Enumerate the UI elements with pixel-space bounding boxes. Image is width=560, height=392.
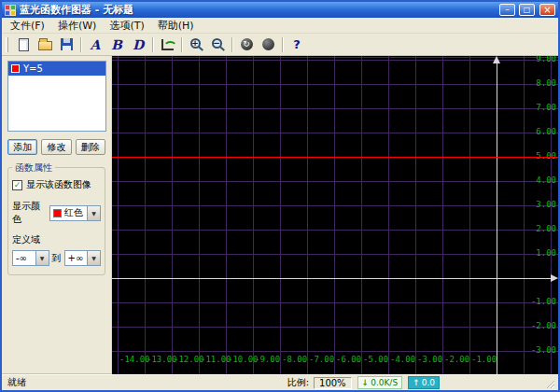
- help-icon: ?: [293, 37, 301, 51]
- maximize-button[interactable]: [519, 4, 535, 16]
- x-tick-label: -9.00: [255, 355, 280, 364]
- toolbar-help-button[interactable]: ?: [287, 35, 307, 54]
- toolbar-font-d-button[interactable]: D: [128, 35, 148, 54]
- toolbar-timer-button[interactable]: [258, 35, 278, 54]
- color-swatch: [53, 209, 62, 217]
- y-tick-label: 5.00: [536, 151, 556, 161]
- y-tick-label: 1.00: [536, 248, 556, 258]
- toolbar: ABD+−↻?: [2, 34, 558, 56]
- color-value: 红色: [64, 206, 83, 219]
- color-label: 显示颜色: [12, 200, 47, 226]
- y-tick-label: 6.00: [536, 127, 556, 136]
- y-tick-label: 3.00: [536, 200, 556, 209]
- checkbox-icon[interactable]: [12, 180, 22, 190]
- chevron-down-icon[interactable]: [87, 206, 100, 220]
- x-tick-label: -5.00: [363, 355, 388, 364]
- save-icon: [61, 38, 73, 50]
- status-bar: 就绪 比例: 100% 0.0K/S 0.0: [2, 374, 558, 390]
- upload-arrow-icon: [413, 378, 420, 387]
- menu-bar: 文件(F)操作(W)选项(T)帮助(H): [2, 18, 558, 34]
- new-icon: [19, 38, 29, 51]
- menu-item-3[interactable]: 选项(T): [103, 18, 150, 34]
- color-select[interactable]: 红色: [49, 205, 101, 221]
- net-up-value: 0.0: [422, 378, 435, 387]
- modify-button[interactable]: 修改: [41, 139, 71, 155]
- net-down-value: 0.0K/S: [371, 378, 398, 387]
- toolbar-zoom-in-button[interactable]: +: [186, 35, 206, 54]
- domain-from-select[interactable]: -∞: [12, 250, 49, 266]
- toolbar-font-b-button[interactable]: B: [106, 35, 127, 54]
- font-b-icon: B: [111, 37, 122, 52]
- window-title: 蓝光函数作图器 - 无标题: [20, 3, 496, 17]
- plot-axes-icon: [161, 39, 174, 50]
- y-tick-label: 9.00: [536, 56, 556, 63]
- y-tick-label: 2.00: [536, 224, 556, 233]
- x-tick-label: -6.00: [336, 355, 361, 364]
- toolbar-open-button[interactable]: [35, 35, 55, 54]
- scale-value: 100%: [314, 377, 352, 389]
- domain-from-value: -∞: [16, 253, 27, 263]
- domain-to-label: 到: [52, 252, 62, 265]
- y-axis: [497, 61, 497, 374]
- menu-item-1[interactable]: 文件(F): [4, 18, 51, 34]
- list-buttons: 添加 修改 删除: [7, 139, 105, 155]
- open-icon: [38, 41, 52, 50]
- x-tick-label: -11.00: [201, 355, 231, 364]
- toolbar-zoom-out-button[interactable]: −: [207, 35, 228, 54]
- domain-row: -∞ 到 +∞: [12, 250, 101, 266]
- x-tick-label: -13.00: [147, 355, 177, 364]
- x-tick-label: -14.00: [119, 355, 150, 364]
- domain-to-value: +∞: [68, 253, 84, 263]
- function-list[interactable]: Y=5: [7, 61, 106, 132]
- title-bar: 蓝光函数作图器 - 无标题: [2, 2, 558, 18]
- x-axis: [112, 278, 553, 279]
- zoom-out-icon: −: [212, 38, 222, 49]
- scale-label: 比例:: [287, 376, 309, 389]
- plot-area[interactable]: 9.008.007.006.005.004.003.002.001.00-1.0…: [112, 56, 558, 374]
- toolbar-save-button[interactable]: [56, 35, 77, 54]
- app-icon: [5, 5, 16, 16]
- function-list-item[interactable]: Y=5: [8, 62, 105, 76]
- resize-grip[interactable]: [445, 375, 555, 390]
- function-curve: [112, 157, 558, 158]
- y-axis-arrow-icon: [493, 56, 500, 63]
- toolbar-separator: [181, 37, 182, 52]
- toolbar-separator: [231, 37, 232, 52]
- chevron-down-icon[interactable]: [35, 251, 49, 265]
- x-tick-label: -7.00: [309, 355, 334, 364]
- domain-to-select[interactable]: +∞: [64, 250, 102, 266]
- toolbar-separator: [80, 37, 81, 52]
- toolbar-plot-axes-button[interactable]: [157, 35, 177, 54]
- close-button[interactable]: [539, 4, 555, 16]
- toolbar-new-button[interactable]: [13, 35, 34, 54]
- x-tick-label: -12.00: [174, 355, 204, 364]
- toolbar-font-a-button[interactable]: A: [85, 35, 105, 54]
- main-area: Y=5 添加 修改 删除 函数属性 显示该函数图像 显示颜色 红色: [2, 56, 558, 374]
- show-function-label: 显示该函数图像: [26, 178, 91, 191]
- refresh-icon: ↻: [241, 38, 253, 50]
- y-tick-label: 8.00: [536, 78, 556, 88]
- menu-item-2[interactable]: 操作(W): [51, 18, 103, 34]
- status-scale: 比例: 100%: [287, 376, 352, 389]
- net-speed-up: 0.0: [408, 376, 440, 389]
- sidebar: Y=5 添加 修改 删除 函数属性 显示该函数图像 显示颜色 红色: [2, 56, 112, 374]
- font-a-icon: A: [91, 37, 101, 52]
- add-button[interactable]: 添加: [7, 139, 37, 155]
- font-d-icon: D: [133, 37, 144, 52]
- color-row: 显示颜色 红色: [12, 200, 101, 226]
- show-function-row[interactable]: 显示该函数图像: [12, 178, 101, 191]
- minimize-button[interactable]: [499, 4, 515, 16]
- y-tick-label: -2.00: [531, 321, 556, 330]
- domain-label: 定义域: [12, 233, 101, 246]
- delete-button[interactable]: 删除: [76, 139, 105, 155]
- x-tick-label: -8.00: [282, 355, 307, 364]
- menu-item-4[interactable]: 帮助(H): [151, 18, 201, 34]
- timer-icon: [262, 38, 274, 50]
- toolbar-refresh-button[interactable]: ↻: [236, 35, 257, 54]
- zoom-in-icon: +: [190, 38, 201, 49]
- y-tick-label: -3.00: [531, 345, 556, 355]
- toolbar-separator: [282, 37, 283, 52]
- status-ready-text: 就绪: [5, 376, 282, 389]
- y-tick-label: -1.00: [531, 297, 556, 306]
- chevron-down-icon[interactable]: [87, 251, 100, 265]
